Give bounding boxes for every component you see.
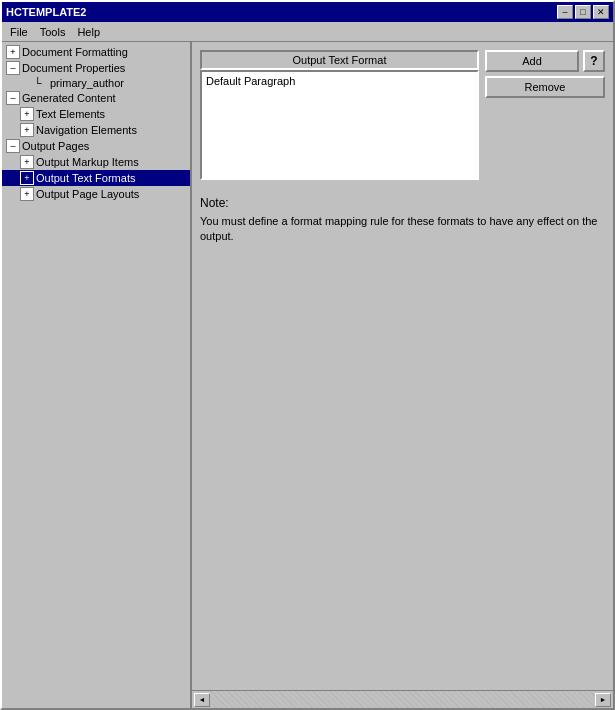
format-list[interactable]: Default Paragraph bbox=[200, 70, 479, 180]
buttons-column: Add ? Remove bbox=[485, 50, 605, 180]
add-help-row: Add ? bbox=[485, 50, 605, 72]
sidebar-item-label: Output Page Layouts bbox=[36, 188, 139, 200]
window-title: HCTEMPLATE2 bbox=[6, 6, 86, 18]
scroll-track[interactable] bbox=[210, 691, 595, 708]
sidebar-item-label: Generated Content bbox=[22, 92, 116, 104]
sidebar-item-primary-author[interactable]: └ primary_author bbox=[2, 76, 190, 90]
expander-icon[interactable]: + bbox=[20, 187, 34, 201]
expander-icon[interactable]: + bbox=[20, 171, 34, 185]
format-list-item[interactable]: Default Paragraph bbox=[204, 74, 475, 88]
format-list-container: Output Text Format Default Paragraph bbox=[200, 50, 479, 180]
expander-icon[interactable]: – bbox=[6, 139, 20, 153]
main-window: HCTEMPLATE2 – □ ✕ File Tools Help + Docu… bbox=[0, 0, 615, 710]
sidebar-item-label: Output Text Formats bbox=[36, 172, 135, 184]
menu-tools[interactable]: Tools bbox=[34, 24, 72, 40]
sidebar-item-navigation-elements[interactable]: + Navigation Elements bbox=[2, 122, 190, 138]
maximize-button[interactable]: □ bbox=[575, 5, 591, 19]
note-text: You must define a format mapping rule fo… bbox=[200, 214, 605, 245]
note-title: Note: bbox=[200, 196, 605, 210]
sidebar-item-output-page-layouts[interactable]: + Output Page Layouts bbox=[2, 186, 190, 202]
expander-icon[interactable]: + bbox=[6, 45, 20, 59]
expander-icon[interactable]: + bbox=[20, 155, 34, 169]
sidebar-item-label: Output Pages bbox=[22, 140, 89, 152]
format-list-header: Output Text Format bbox=[200, 50, 479, 70]
horizontal-scrollbar[interactable]: ◄ ► bbox=[192, 690, 613, 708]
sidebar-item-label: Output Markup Items bbox=[36, 156, 139, 168]
expander-icon[interactable]: – bbox=[6, 91, 20, 105]
scroll-left-button[interactable]: ◄ bbox=[194, 693, 210, 707]
sidebar-item-output-pages[interactable]: – Output Pages bbox=[2, 138, 190, 154]
note-section: Note: You must define a format mapping r… bbox=[200, 196, 605, 245]
sidebar-item-text-elements[interactable]: + Text Elements bbox=[2, 106, 190, 122]
sidebar-item-document-properties[interactable]: – Document Properties bbox=[2, 60, 190, 76]
sidebar-item-label: Document Formatting bbox=[22, 46, 128, 58]
sidebar-tree: + Document Formatting – Document Propert… bbox=[2, 42, 192, 708]
line-icon: └ bbox=[34, 77, 48, 89]
sidebar-item-output-markup-items[interactable]: + Output Markup Items bbox=[2, 154, 190, 170]
minimize-button[interactable]: – bbox=[557, 5, 573, 19]
remove-button[interactable]: Remove bbox=[485, 76, 605, 98]
panel-top: Output Text Format Default Paragraph Add… bbox=[200, 50, 605, 180]
help-button[interactable]: ? bbox=[583, 50, 605, 72]
expander-icon[interactable]: + bbox=[20, 123, 34, 137]
sidebar-item-label: primary_author bbox=[50, 77, 124, 89]
close-button[interactable]: ✕ bbox=[593, 5, 609, 19]
expander-icon[interactable]: – bbox=[6, 61, 20, 75]
sidebar-item-label: Text Elements bbox=[36, 108, 105, 120]
sidebar-item-label: Document Properties bbox=[22, 62, 125, 74]
sidebar-item-document-formatting[interactable]: + Document Formatting bbox=[2, 44, 190, 60]
expander-icon[interactable]: + bbox=[20, 107, 34, 121]
title-bar: HCTEMPLATE2 – □ ✕ bbox=[2, 2, 613, 22]
sidebar-item-output-text-formats[interactable]: + Output Text Formats bbox=[2, 170, 190, 186]
right-panel-wrapper: Output Text Format Default Paragraph Add… bbox=[192, 42, 613, 708]
menu-help[interactable]: Help bbox=[71, 24, 106, 40]
right-panel: Output Text Format Default Paragraph Add… bbox=[192, 42, 613, 690]
main-content: + Document Formatting – Document Propert… bbox=[2, 42, 613, 708]
sidebar-item-label: Navigation Elements bbox=[36, 124, 137, 136]
menu-file[interactable]: File bbox=[4, 24, 34, 40]
menu-bar: File Tools Help bbox=[2, 22, 613, 42]
add-button[interactable]: Add bbox=[485, 50, 579, 72]
sidebar-item-generated-content[interactable]: – Generated Content bbox=[2, 90, 190, 106]
scroll-right-button[interactable]: ► bbox=[595, 693, 611, 707]
title-bar-buttons: – □ ✕ bbox=[557, 5, 609, 19]
